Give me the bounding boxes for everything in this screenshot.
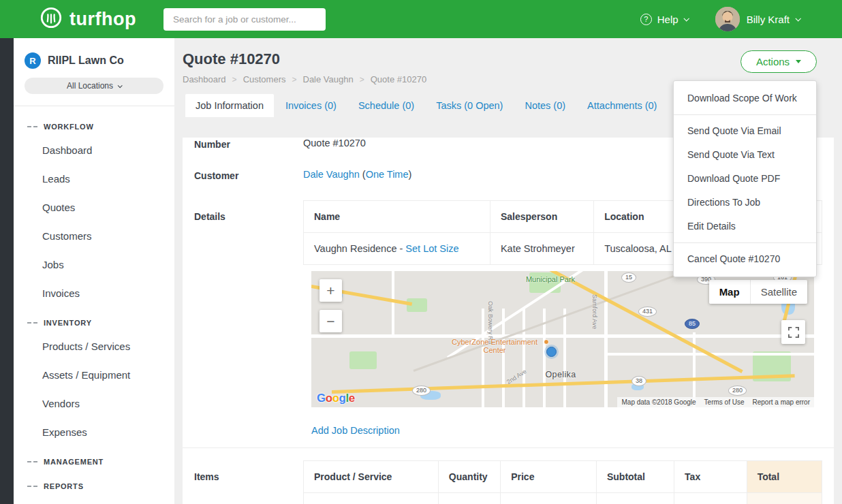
user-avatar[interactable]: [715, 7, 740, 31]
set-lot-size-link[interactable]: Set Lot Size: [405, 243, 458, 254]
sidebar-item-jobs[interactable]: Jobs: [14, 251, 174, 279]
tab-invoices[interactable]: Invoices (0): [275, 94, 347, 117]
menu-item-edit-details[interactable]: Edit Details: [674, 215, 816, 238]
menu-item-send-quote-via-email[interactable]: Send Quote Via Email: [674, 119, 816, 143]
items-header-subtotal: Subtotal: [596, 461, 674, 493]
satellite-view-button[interactable]: Satellite: [750, 280, 807, 304]
section-dash-icon: [27, 126, 37, 127]
chevron-down-icon: [795, 16, 800, 21]
menu-item-download-scope-of-work[interactable]: Download Scope Of Work: [674, 86, 816, 110]
main-content: Quote #10270 Dashboard > Customers > Dal…: [174, 38, 842, 504]
items-header-product-service: Product / Service: [304, 461, 439, 493]
customer-type-link[interactable]: One Time: [366, 169, 409, 180]
items-header-total: Total: [747, 461, 822, 493]
breadcrumb-separator: >: [360, 75, 364, 84]
section-dash-icon: [27, 461, 37, 462]
nav-section-reports[interactable]: REPORTS: [14, 471, 174, 496]
breadcrumb-customer-name[interactable]: Dale Vaughn: [303, 74, 354, 84]
items-header-price: Price: [501, 461, 597, 493]
map-label-park: Municipal Park: [524, 275, 577, 283]
actions-button[interactable]: Actions: [740, 50, 817, 73]
company-name: RIIPL Lawn Co: [48, 54, 124, 67]
sidebar-item-quotes[interactable]: Quotes: [14, 193, 174, 222]
caret-down-icon: [796, 60, 801, 63]
map-label-poi: CyberZone Entertainment Center: [448, 338, 542, 354]
sidebar-item-assets-equipment[interactable]: Assets / Equipment: [14, 361, 174, 390]
customer-link[interactable]: Dale Vaughn: [303, 169, 360, 180]
app-logo[interactable]: turfhop: [40, 6, 136, 32]
company-header: R RIIPL Lawn Co: [14, 38, 174, 69]
map-view-button[interactable]: Map: [709, 280, 750, 304]
add-job-description-link[interactable]: Add Job Description: [311, 425, 400, 436]
tab-schedule[interactable]: Schedule (0): [348, 94, 424, 117]
location-selector[interactable]: All Locations: [25, 78, 163, 94]
brand-name: turfhop: [69, 9, 136, 30]
property-name: Vaughn Residence -: [314, 243, 405, 254]
actions-button-label: Actions: [756, 56, 790, 67]
sidebar-item-dashboard[interactable]: Dashboard: [14, 136, 174, 165]
map[interactable]: Oak Bowery Rd Samford Ave 2nd Ave 15 390…: [311, 271, 814, 407]
nav-section-management[interactable]: MANAGEMENT: [14, 447, 174, 471]
help-icon: ?: [640, 14, 652, 25]
sidebar-item-products-services[interactable]: Products / Services: [14, 332, 174, 361]
sidebar-item-leads[interactable]: Leads: [14, 165, 174, 193]
section-label: WORKFLOW: [44, 123, 94, 131]
map-road: [311, 334, 814, 338]
sidebar-nav: WORKFLOW Dashboard Leads Quotes Customer…: [14, 106, 174, 496]
breadcrumb-current: Quote #10270: [371, 74, 426, 84]
page-title: Quote #10270: [183, 50, 834, 68]
search-input[interactable]: [163, 8, 326, 31]
menu-item-send-quote-via-text[interactable]: Send Quote Via Text: [674, 143, 816, 167]
section-label: REPORTS: [44, 482, 84, 490]
terms-of-use-link[interactable]: Terms of Use: [704, 398, 745, 406]
section-dash-icon: [27, 322, 37, 324]
fullscreen-button[interactable]: [781, 320, 805, 344]
user-menu[interactable]: Billy Kraft: [747, 14, 800, 25]
zoom-in-button[interactable]: +: [319, 279, 342, 302]
map-road: [392, 271, 394, 336]
details-header-salesperson: Salesperson: [490, 201, 593, 233]
map-marker[interactable]: [546, 347, 557, 357]
menu-item-cancel-quote[interactable]: Cancel Quote #10270: [674, 247, 816, 271]
item-cell: [438, 493, 500, 504]
nav-section-inventory: INVENTORY: [14, 308, 174, 332]
map-road: [502, 309, 505, 407]
map-road: [523, 309, 525, 407]
tab-tasks[interactable]: Tasks (0 Open): [426, 94, 513, 117]
poi-icon: [544, 339, 549, 345]
sidebar-item-expenses[interactable]: Expenses: [14, 418, 174, 447]
tab-job-information[interactable]: Job Information: [185, 94, 274, 117]
menu-item-download-quote-pdf[interactable]: Download Quote PDF: [674, 167, 816, 191]
details-header-name: Name: [304, 201, 490, 233]
report-map-error-link[interactable]: Report a map error: [753, 398, 810, 406]
property-name-cell: Vaughn Residence - Set Lot Size: [304, 233, 490, 265]
zoom-out-button[interactable]: −: [319, 310, 342, 332]
sidebar-item-invoices[interactable]: Invoices: [14, 279, 174, 308]
road-shield: 15: [621, 272, 636, 283]
help-menu[interactable]: ? Help: [640, 14, 688, 25]
help-label: Help: [657, 14, 679, 25]
breadcrumb-customers[interactable]: Customers: [243, 74, 286, 84]
road-shield-interstate: 85: [685, 319, 700, 329]
divider: [183, 447, 834, 448]
actions-dropdown-menu: Download Scope Of Work Send Quote Via Em…: [673, 80, 817, 277]
chevron-down-icon: [118, 83, 123, 88]
tab-notes[interactable]: Notes (0): [514, 94, 576, 117]
items-row: Items Product / Service Quantity Price S…: [183, 460, 834, 504]
road-shield: 431: [638, 306, 657, 317]
items-table-row: [304, 493, 822, 504]
item-cell: [674, 493, 747, 504]
breadcrumb-separator: >: [232, 75, 237, 84]
breadcrumb-dashboard[interactable]: Dashboard: [183, 74, 226, 84]
map-road: [563, 309, 566, 407]
map-type-toggle: Map Satellite: [709, 280, 807, 304]
tab-attachments[interactable]: Attachments (0): [577, 94, 667, 117]
menu-item-directions-to-job[interactable]: Directions To Job: [674, 191, 816, 215]
company-logo: R: [25, 52, 41, 69]
menu-divider: [674, 114, 816, 115]
sidebar-item-customers[interactable]: Customers: [14, 222, 174, 251]
sidebar-item-vendors[interactable]: Vendors: [14, 390, 174, 418]
details-label: Details: [194, 200, 303, 436]
chevron-down-icon: [683, 16, 689, 21]
user-name: Billy Kraft: [747, 14, 790, 25]
